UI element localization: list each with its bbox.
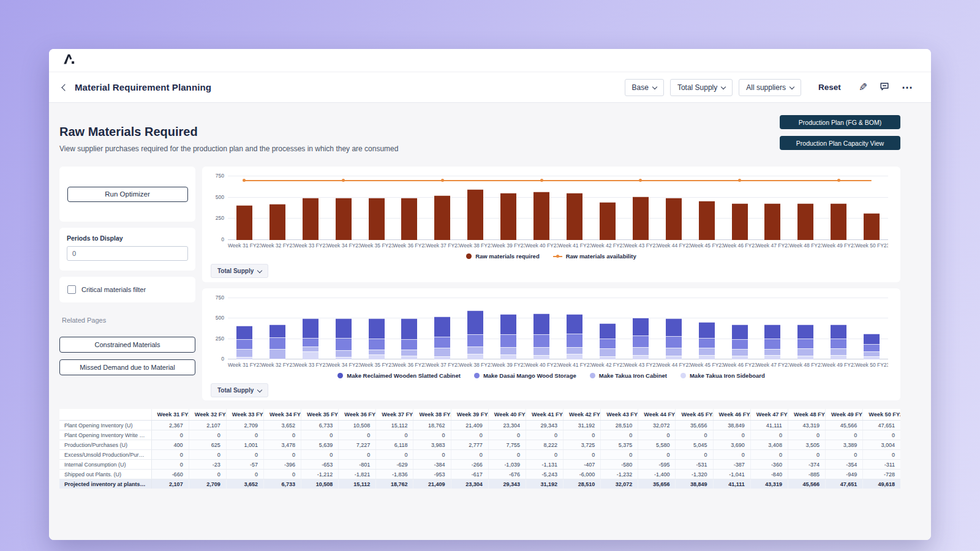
stack-segment[interactable] bbox=[600, 323, 616, 339]
table-cell[interactable]: 0 bbox=[601, 430, 638, 440]
stack-segment[interactable] bbox=[434, 317, 450, 337]
table-cell[interactable]: 0 bbox=[413, 450, 451, 460]
table-cell[interactable]: 6,118 bbox=[376, 440, 413, 450]
more-options-button[interactable]: ⋯ bbox=[899, 80, 916, 96]
table-cell[interactable]: 23,304 bbox=[451, 479, 488, 489]
table-cell[interactable]: 0 bbox=[826, 450, 863, 460]
required-bar[interactable] bbox=[467, 189, 483, 240]
stack-segment[interactable] bbox=[864, 356, 880, 359]
stack-segment[interactable] bbox=[797, 339, 813, 348]
table-col-header[interactable]: Week 31 FY23 bbox=[151, 409, 189, 421]
table-cell[interactable]: -1,131 bbox=[526, 460, 563, 470]
table-cell[interactable]: 31,192 bbox=[564, 421, 601, 430]
table-cell[interactable]: -953 bbox=[413, 470, 451, 479]
stack-segment[interactable] bbox=[600, 348, 616, 356]
table-cell[interactable]: 10,508 bbox=[301, 479, 339, 489]
stack-segment[interactable] bbox=[369, 339, 385, 350]
table-cell[interactable]: 0 bbox=[676, 430, 713, 440]
table-cell[interactable]: -595 bbox=[638, 460, 676, 470]
table-cell[interactable]: 625 bbox=[189, 440, 226, 450]
stack-segment[interactable] bbox=[401, 356, 417, 359]
table-cell[interactable]: 28,510 bbox=[564, 479, 601, 489]
table-cell[interactable]: 18,762 bbox=[413, 421, 451, 430]
comment-button[interactable] bbox=[876, 80, 892, 95]
edit-button[interactable]: ✎ bbox=[856, 80, 870, 95]
table-cell[interactable]: -949 bbox=[826, 470, 863, 479]
stack-segment[interactable] bbox=[666, 336, 682, 348]
run-optimizer-button[interactable]: Run Optimizer bbox=[67, 187, 188, 202]
table-col-header[interactable]: Week 46 FY23 bbox=[713, 409, 750, 421]
table-cell[interactable]: 0 bbox=[638, 430, 676, 440]
stack-segment[interactable] bbox=[699, 322, 715, 338]
stack-segment[interactable] bbox=[533, 313, 549, 334]
table-col-header[interactable]: Week 47 FY23 bbox=[750, 409, 788, 421]
table-cell[interactable]: -5,243 bbox=[526, 470, 563, 479]
required-bar[interactable] bbox=[303, 198, 318, 240]
table-cell[interactable]: 0 bbox=[788, 450, 825, 460]
table-col-header[interactable]: Week 32 FY23 bbox=[189, 409, 226, 421]
required-bar[interactable] bbox=[764, 203, 780, 240]
table-cell[interactable]: 0 bbox=[488, 450, 526, 460]
stack-segment[interactable] bbox=[567, 347, 582, 354]
table-cell[interactable]: 0 bbox=[413, 430, 451, 440]
table-cell[interactable]: 0 bbox=[526, 450, 563, 460]
table-cell[interactable]: 0 bbox=[601, 450, 638, 460]
stack-segment[interactable] bbox=[732, 339, 748, 349]
table-cell[interactable]: 3,004 bbox=[863, 440, 900, 450]
stack-segment[interactable] bbox=[336, 357, 352, 359]
reset-button[interactable]: Reset bbox=[818, 83, 841, 92]
table-cell[interactable]: 47,651 bbox=[826, 479, 863, 489]
table-cell[interactable]: 10,508 bbox=[339, 421, 376, 430]
table-cell[interactable]: 5,045 bbox=[676, 440, 713, 450]
table-cell[interactable]: 0 bbox=[226, 450, 263, 460]
stack-segment[interactable] bbox=[533, 334, 549, 347]
table-cell[interactable]: -1,821 bbox=[339, 470, 376, 479]
table-cell[interactable]: 0 bbox=[301, 430, 339, 440]
table-cell[interactable]: 0 bbox=[863, 450, 900, 460]
stack-segment[interactable] bbox=[303, 347, 318, 352]
table-cell[interactable]: 35,656 bbox=[676, 421, 713, 430]
table-cell[interactable]: 47,651 bbox=[863, 421, 900, 430]
table-cell[interactable]: -1,400 bbox=[638, 470, 676, 479]
table-col-header[interactable]: Week 40 FY23 bbox=[488, 409, 526, 421]
table-cell[interactable]: 21,409 bbox=[451, 421, 488, 430]
table-cell[interactable]: -387 bbox=[713, 460, 750, 470]
stack-segment[interactable] bbox=[303, 338, 318, 346]
table-cell[interactable]: -1,836 bbox=[376, 470, 413, 479]
table-cell[interactable]: 41,111 bbox=[750, 421, 788, 430]
table-cell[interactable]: 31,192 bbox=[526, 479, 563, 489]
table-cell[interactable]: 32,072 bbox=[601, 479, 638, 489]
table-cell[interactable]: 5,639 bbox=[301, 440, 339, 450]
stack-segment[interactable] bbox=[336, 350, 352, 357]
table-cell[interactable]: 400 bbox=[151, 440, 189, 450]
table-cell[interactable]: 3,652 bbox=[263, 421, 301, 430]
table-cell[interactable]: 2,709 bbox=[226, 421, 263, 430]
stack-segment[interactable] bbox=[467, 354, 483, 359]
table-cell[interactable]: 0 bbox=[376, 430, 413, 440]
stack-segment[interactable] bbox=[369, 318, 385, 339]
stack-segment[interactable] bbox=[732, 356, 748, 359]
stack-segment[interactable] bbox=[533, 347, 549, 355]
stack-segment[interactable] bbox=[600, 356, 616, 359]
stack-segment[interactable] bbox=[797, 324, 813, 339]
table-cell[interactable]: 2,777 bbox=[451, 440, 488, 450]
table-cell[interactable]: 3,505 bbox=[788, 440, 825, 450]
stack-segment[interactable] bbox=[567, 314, 582, 334]
stack-segment[interactable] bbox=[831, 324, 846, 339]
stack-segment[interactable] bbox=[236, 326, 252, 339]
stack-segment[interactable] bbox=[633, 318, 649, 335]
table-cell[interactable]: 0 bbox=[189, 470, 226, 479]
stack-segment[interactable] bbox=[336, 338, 352, 350]
table-cell[interactable]: 0 bbox=[339, 450, 376, 460]
table-cell[interactable]: 0 bbox=[750, 430, 788, 440]
table-col-header[interactable]: Week 43 FY23 bbox=[601, 409, 638, 421]
stack-segment[interactable] bbox=[270, 349, 285, 359]
stack-segment[interactable] bbox=[666, 318, 682, 336]
table-cell[interactable]: 0 bbox=[863, 430, 900, 440]
stack-segment[interactable] bbox=[401, 339, 417, 350]
table-cell[interactable]: -1,212 bbox=[301, 470, 339, 479]
table-cell[interactable]: 5,375 bbox=[601, 440, 638, 450]
required-bar[interactable] bbox=[699, 201, 715, 240]
table-col-header[interactable]: Week 35 FY23 bbox=[301, 409, 339, 421]
table-cell[interactable]: 0 bbox=[564, 450, 601, 460]
